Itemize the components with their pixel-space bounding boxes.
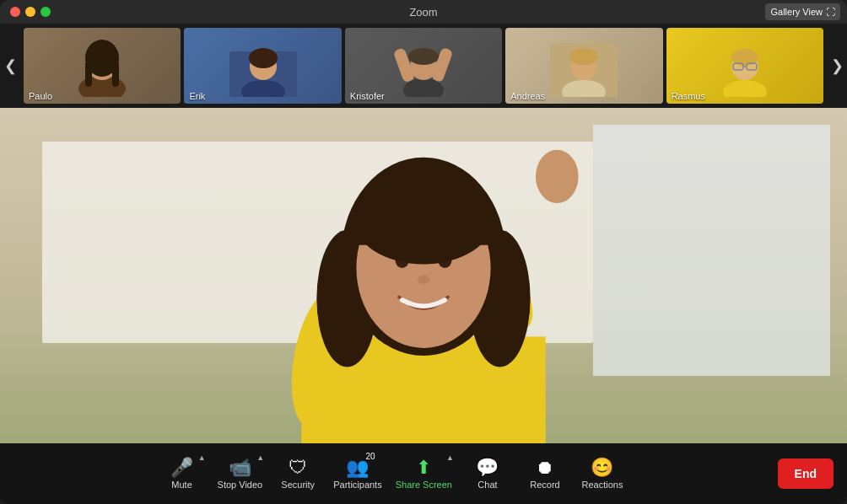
stop-video-label: Stop Video — [218, 480, 263, 490]
gallery-view-label: Gallery View — [770, 7, 823, 17]
mute-button[interactable]: ▲ 🎤 Mute — [155, 448, 209, 499]
video-icon: 📹 — [229, 458, 251, 477]
end-label: End — [795, 467, 817, 480]
share-screen-button[interactable]: ▲ ⬆ Share Screen — [391, 448, 457, 499]
chevron-left-icon: ❮ — [4, 56, 17, 75]
close-dot[interactable] — [10, 7, 20, 17]
fullscreen-dot[interactable] — [40, 7, 51, 17]
window-title: Zoom — [409, 6, 437, 19]
svg-point-38 — [418, 275, 429, 284]
next-nav-button[interactable]: ❯ — [827, 27, 847, 105]
svg-point-17 — [569, 48, 598, 65]
svg-point-8 — [249, 48, 278, 68]
reactions-icon: 😊 — [591, 458, 613, 477]
thumbnail-erik[interactable]: Erik — [184, 28, 341, 104]
chat-button[interactable]: 💬 Chat — [461, 448, 515, 499]
video-chevron: ▲ — [256, 453, 264, 462]
window-controls — [10, 7, 51, 17]
thumbnail-paulo[interactable]: Paulo — [24, 28, 181, 104]
paulo-figure — [68, 35, 136, 97]
mic-icon: 🎤 — [170, 458, 193, 477]
mute-chevron: ▲ — [198, 453, 206, 462]
svg-rect-4 — [112, 62, 119, 87]
thumb-label-andreas: Andreas — [510, 91, 545, 101]
svg-rect-3 — [85, 62, 92, 87]
toolbar-items: ▲ 🎤 Mute ▲ 📹 Stop Video 🛡 Security 20 👥 … — [13, 448, 771, 499]
share-screen-label: Share Screen — [396, 480, 452, 490]
stop-video-button[interactable]: ▲ 📹 Stop Video — [213, 448, 268, 499]
video-background — [0, 108, 847, 443]
main-video — [0, 108, 847, 443]
svg-point-25 — [536, 150, 579, 203]
thumb-label-paulo: Paulo — [29, 91, 52, 101]
thumbnails-container: Paulo Erik — [20, 28, 827, 104]
erik-figure — [229, 35, 297, 97]
thumbnail-rasmus[interactable]: Rasmus — [666, 28, 823, 104]
reactions-button[interactable]: 😊 Reactions — [575, 448, 629, 499]
record-icon: ⏺ — [536, 458, 554, 477]
record-button[interactable]: ⏺ Record — [518, 448, 572, 499]
chat-label: Chat — [477, 480, 497, 490]
record-label: Record — [530, 480, 559, 490]
rasmus-figure — [711, 35, 779, 97]
end-button[interactable]: End — [778, 458, 834, 489]
minimize-dot[interactable] — [25, 7, 35, 17]
titlebar: Zoom Gallery View ⛶ — [0, 0, 847, 24]
chat-icon: 💬 — [476, 458, 499, 477]
prev-nav-button[interactable]: ❮ — [0, 27, 20, 105]
thumbnail-strip: ❮ Paulo — [0, 24, 847, 108]
participants-button[interactable]: 20 👥 Participants — [328, 448, 386, 499]
thumb-label-erik: Erik — [189, 91, 205, 101]
thumb-label-rasmus: Rasmus — [672, 91, 705, 101]
gallery-view-button[interactable]: Gallery View ⛶ — [765, 3, 840, 20]
mute-label: Mute — [171, 480, 192, 490]
security-icon: 🛡 — [289, 458, 307, 477]
svg-point-13 — [408, 48, 439, 65]
participants-count: 20 — [366, 452, 375, 461]
security-button[interactable]: 🛡 Security — [271, 448, 325, 499]
thumbnail-andreas[interactable]: Andreas — [505, 28, 662, 104]
thumb-label-kristofer: Kristofer — [350, 91, 385, 101]
andreas-figure — [550, 35, 618, 97]
fullscreen-icon: ⛶ — [826, 7, 835, 17]
main-person-svg — [170, 108, 677, 443]
svg-point-18 — [723, 80, 767, 97]
share-icon: ⬆ — [416, 458, 431, 477]
share-chevron: ▲ — [446, 453, 454, 462]
thumbnail-kristofer[interactable]: Kristofer — [345, 28, 502, 104]
reactions-label: Reactions — [581, 480, 623, 490]
chevron-right-icon: ❯ — [831, 56, 844, 75]
participants-label: Participants — [333, 480, 381, 490]
security-label: Security — [281, 480, 315, 490]
toolbar: ▲ 🎤 Mute ▲ 📹 Stop Video 🛡 Security 20 👥 … — [0, 443, 847, 504]
kristofer-figure — [390, 35, 457, 97]
